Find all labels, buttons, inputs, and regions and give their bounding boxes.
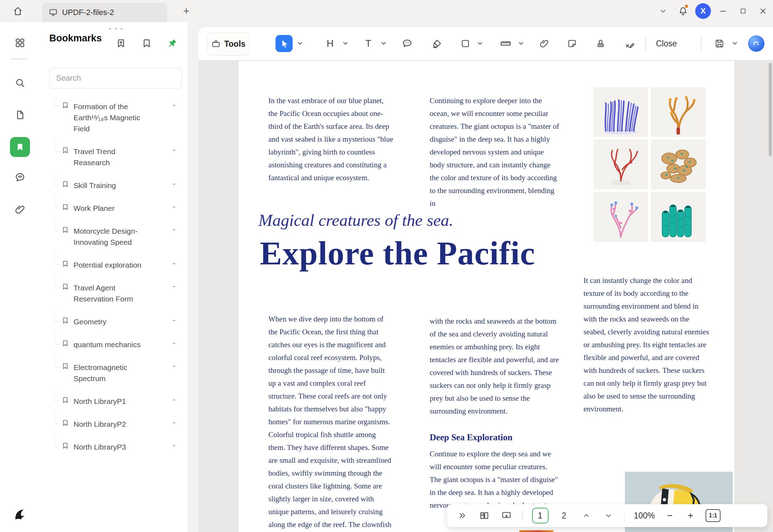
new-tab-button[interactable]: + bbox=[178, 3, 194, 19]
bookmark-label: quantum mechanics bbox=[74, 339, 141, 350]
bookmark-item[interactable]: Potential exploration- bbox=[38, 255, 188, 275]
collapse-toggle[interactable]: - bbox=[173, 258, 176, 268]
shapes-tool[interactable] bbox=[457, 35, 474, 52]
bookmark-list-button[interactable] bbox=[139, 36, 154, 51]
title-bar: UPDF-2-files-2 + X bbox=[0, 0, 773, 22]
bookmark-icon bbox=[61, 419, 69, 427]
bookmark-icon bbox=[61, 101, 69, 109]
search-panel-button[interactable] bbox=[10, 73, 30, 93]
collapse-toggle[interactable]: - bbox=[173, 338, 176, 348]
chevron-down-icon bbox=[605, 512, 612, 520]
bookmark-label: Skill Training bbox=[74, 180, 116, 191]
collapse-toggle[interactable]: - bbox=[173, 315, 176, 325]
bookmark-add-icon bbox=[116, 38, 126, 49]
tree-connector bbox=[54, 275, 60, 288]
ai-assistant-button[interactable] bbox=[748, 35, 764, 52]
bookmarks-panel: Bookmarks Formation of the Earth¹⁶⁄₁₈s M… bbox=[38, 22, 188, 532]
collapse-toggle[interactable]: - bbox=[173, 145, 176, 155]
cursor-icon bbox=[279, 39, 289, 48]
bookmark-item[interactable]: Electromagnetic Spectrum- bbox=[38, 357, 188, 389]
actual-size-button[interactable]: 1:1 bbox=[706, 509, 721, 522]
paragraph: Continuing to explore deeper into the oc… bbox=[430, 94, 560, 210]
chevron-down-icon[interactable] bbox=[298, 42, 303, 45]
close-window-button[interactable] bbox=[753, 0, 773, 22]
chevron-down-icon[interactable] bbox=[478, 42, 483, 45]
bookmark-item[interactable]: North LibraryP3- bbox=[38, 437, 188, 457]
total-pages-label[interactable]: 2 bbox=[558, 511, 571, 521]
bookmark-item[interactable]: quantum mechanics- bbox=[38, 334, 188, 355]
chevron-down-icon[interactable] bbox=[732, 42, 737, 45]
collapse-toggle[interactable]: - bbox=[173, 281, 176, 291]
bookmark-item[interactable]: Geometry- bbox=[38, 311, 188, 332]
bookmark-item[interactable]: North LibraryP1- bbox=[38, 391, 188, 411]
collapse-toggle[interactable]: - bbox=[173, 394, 176, 405]
document-viewport[interactable]: In the vast embrace of our blue planet, … bbox=[198, 60, 773, 532]
heading-tool[interactable]: H bbox=[322, 35, 339, 52]
partial-image-strip bbox=[519, 530, 554, 532]
left-rail bbox=[0, 22, 38, 532]
tools-button[interactable]: Tools bbox=[207, 32, 250, 56]
zoom-in-button[interactable]: + bbox=[685, 510, 696, 521]
chevron-down-icon[interactable] bbox=[381, 42, 386, 45]
sticker-tool[interactable] bbox=[564, 35, 581, 52]
notifications-button[interactable] bbox=[673, 0, 693, 22]
select-tool[interactable] bbox=[276, 35, 293, 52]
highlighter-tool[interactable] bbox=[429, 35, 446, 52]
bookmark-label: North LibraryP1 bbox=[74, 396, 126, 407]
paperclip-icon bbox=[539, 39, 549, 49]
collapse-toggle[interactable]: - bbox=[173, 417, 176, 427]
bookmark-item[interactable]: Travel Agent Reservation Form- bbox=[38, 278, 188, 309]
tube-sponge-image bbox=[651, 192, 706, 242]
zoom-level[interactable]: 100% bbox=[634, 511, 655, 521]
bookmark-item[interactable]: Work Planer- bbox=[38, 198, 188, 218]
collapse-toggle[interactable]: - bbox=[173, 224, 176, 234]
presentation-button[interactable] bbox=[500, 509, 513, 522]
search-input[interactable] bbox=[50, 68, 188, 88]
apps-grid-button[interactable] bbox=[10, 33, 30, 53]
stamp-tool[interactable] bbox=[592, 35, 609, 52]
attachments-panel-button[interactable] bbox=[10, 199, 30, 219]
bookmark-search[interactable] bbox=[49, 68, 182, 88]
toolbar-divider bbox=[645, 36, 646, 51]
collapse-toggle[interactable]: - bbox=[173, 360, 176, 371]
collapse-toggle[interactable]: - bbox=[173, 100, 176, 110]
bookmarks-panel-button[interactable] bbox=[10, 137, 30, 157]
collapse-toggle[interactable]: - bbox=[173, 201, 176, 212]
attachment-tool[interactable] bbox=[536, 35, 553, 52]
measure-tool[interactable] bbox=[497, 35, 514, 52]
page-layout-button[interactable] bbox=[478, 509, 491, 522]
chevron-down-icon[interactable] bbox=[519, 42, 524, 45]
chevron-down-icon[interactable] bbox=[343, 42, 348, 45]
bookmark-item[interactable]: Formation of the Earth¹⁶⁄₁₈s Magnetic Fi… bbox=[38, 96, 188, 139]
collapse-toggle[interactable]: - bbox=[173, 178, 176, 189]
bookmark-icon bbox=[61, 260, 69, 268]
minimize-button[interactable] bbox=[713, 0, 733, 22]
text-tool[interactable]: T bbox=[360, 35, 377, 52]
collapse-toolbar-button[interactable] bbox=[653, 0, 673, 22]
home-button[interactable] bbox=[9, 3, 26, 19]
comment-tool[interactable] bbox=[399, 35, 416, 52]
bookmark-item[interactable]: Skill Training- bbox=[38, 175, 188, 196]
add-bookmark-button[interactable] bbox=[113, 36, 128, 51]
expand-nav-button[interactable] bbox=[456, 509, 469, 522]
collapse-toggle[interactable]: - bbox=[173, 440, 176, 450]
signature-tool[interactable] bbox=[621, 35, 638, 52]
current-page-input[interactable]: 1 bbox=[532, 508, 549, 523]
pin-panel-button[interactable] bbox=[165, 36, 180, 51]
zoom-out-button[interactable]: − bbox=[664, 510, 676, 521]
bookmark-item[interactable]: North LibraryP2- bbox=[38, 414, 188, 434]
save-tool[interactable] bbox=[711, 35, 728, 52]
comments-panel-button[interactable] bbox=[10, 167, 30, 187]
more-options-dots[interactable] bbox=[109, 28, 122, 30]
pages-panel-button[interactable] bbox=[10, 105, 30, 125]
vertical-scrollbar[interactable] bbox=[769, 63, 772, 156]
bookmark-item[interactable]: Motorcycle Design-Innovating Speed- bbox=[38, 221, 188, 252]
next-page-button[interactable] bbox=[602, 509, 615, 522]
document-tab[interactable]: UPDF-2-files-2 bbox=[42, 3, 167, 22]
account-button[interactable]: X bbox=[693, 0, 713, 22]
maximize-button[interactable] bbox=[733, 0, 753, 22]
bookmark-item[interactable]: Travel Trend Reasearch- bbox=[38, 141, 188, 173]
previous-page-button[interactable] bbox=[580, 509, 593, 522]
close-edit-button[interactable]: Close bbox=[656, 27, 677, 60]
bookmark-icon bbox=[61, 339, 69, 347]
